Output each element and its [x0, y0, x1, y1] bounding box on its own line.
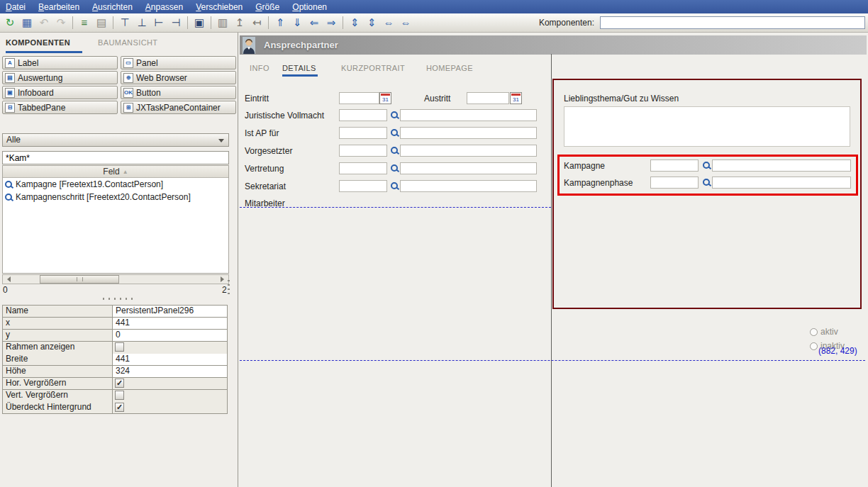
palette-webbrowser-button[interactable]: ⊕ Web Browser [121, 71, 236, 84]
ist-ap-fuer-text[interactable] [400, 127, 537, 139]
tab-info[interactable]: INFO [250, 64, 269, 72]
refresh-icon[interactable]: ↻ [2, 16, 18, 30]
field-filter-dropdown[interactable]: Alle [2, 133, 229, 147]
scroll-left-arrow[interactable] [3, 276, 12, 283]
move-down-icon[interactable]: ⇓ [289, 16, 305, 30]
send-to-back-icon[interactable]: ▣ [191, 16, 207, 30]
field-search-input[interactable] [2, 151, 229, 164]
inaktiv-radio[interactable] [810, 342, 818, 350]
ueberdeckt-hintergrund-checkbox[interactable]: ✓ [115, 403, 124, 412]
scroll-min-label: 0 [3, 285, 8, 295]
menu-optionen[interactable]: Optionen [292, 2, 327, 12]
property-value[interactable]: 441 [113, 354, 228, 366]
tab-kurzportrait[interactable]: KURZPORTRAIT [341, 64, 405, 72]
vertretung-text[interactable] [400, 162, 537, 174]
sekretariat-text[interactable] [400, 180, 537, 192]
save-icon[interactable]: ▦ [19, 16, 35, 30]
list-item-kampagnenschritt[interactable]: Kampagnenschritt [Freetext20.ContactPers… [3, 191, 228, 203]
aktiv-radio[interactable] [810, 328, 818, 336]
austritt-calendar-icon[interactable]: 31 [510, 92, 522, 104]
property-value[interactable]: 0 [113, 330, 228, 342]
hor-vergroessern-checkbox[interactable]: ✓ [115, 379, 124, 388]
field-list-icon[interactable]: ≡ [77, 16, 92, 30]
menu-datei[interactable]: Datei [6, 2, 26, 12]
lookup-magnifier-icon[interactable] [390, 181, 399, 191]
redo-icon[interactable]: ↷ [53, 16, 69, 30]
eintritt-calendar-icon[interactable]: 31 [379, 92, 391, 104]
tab-komponenten[interactable]: KOMPONENTEN [6, 38, 70, 47]
kampagnenphase-text[interactable] [712, 177, 851, 189]
list-item-kampagne[interactable]: Kampagne [Freetext19.ContactPerson] [3, 178, 228, 191]
move-right-icon[interactable]: ⇒ [323, 16, 339, 30]
horizontal-scrollbar[interactable] [2, 274, 229, 284]
fit-width-icon[interactable]: ⇔ [398, 16, 413, 30]
palette-button-button[interactable]: OK Button [121, 86, 236, 99]
kampagne-input[interactable] [650, 159, 699, 172]
form-designer-canvas[interactable]: Ansprechpartner INFO DETAILS KURZPORTRAI… [238, 33, 868, 487]
splitter-handle[interactable] [101, 297, 135, 301]
property-value[interactable]: 441 [113, 318, 228, 330]
resize-handle[interactable] [227, 279, 230, 297]
scrollbar-thumb[interactable] [40, 275, 119, 284]
palette-panel-button[interactable]: ▭ Panel [121, 56, 236, 69]
kampagne-text[interactable] [712, 159, 851, 172]
property-value[interactable]: PersistentJPanel296 [113, 306, 228, 318]
eintritt-input[interactable] [339, 92, 379, 104]
palette-taskpane-button[interactable]: ⊞ JXTaskPaneContainer [121, 101, 236, 114]
palette-label-button[interactable]: A Label [2, 56, 118, 69]
ok-button-icon: OK [123, 88, 133, 98]
field-list-header[interactable]: Feld ▲ [3, 166, 228, 178]
palette-infoboard-button[interactable]: ▣ Infoboard [2, 86, 118, 99]
list-item-label: Kampagnenschritt [Freetext20.ContactPers… [16, 192, 191, 202]
move-up-icon[interactable]: ⇑ [272, 16, 288, 30]
vorgesetzter-text[interactable] [400, 145, 537, 157]
tab-details[interactable]: DETAILS [282, 64, 316, 72]
dock-left-icon[interactable]: ↤ [249, 16, 265, 30]
palette-panel-text: Panel [136, 58, 158, 68]
tab-baumansicht[interactable]: BAUMANSICHT [98, 38, 157, 47]
menu-verschieben[interactable]: Verschieben [196, 2, 243, 12]
kampagnenphase-input[interactable] [650, 177, 699, 189]
lookup-magnifier-icon[interactable] [702, 161, 711, 170]
ist-ap-fuer-input[interactable] [339, 127, 387, 139]
group-components-icon[interactable]: ▥ [215, 16, 230, 30]
align-right-icon[interactable]: ⊣ [168, 16, 184, 30]
austritt-input[interactable] [467, 92, 509, 104]
komponenten-input[interactable] [600, 16, 865, 29]
palette-tabbedpane-button[interactable]: ⊟ TabbedPane [2, 101, 118, 114]
vertretung-input[interactable] [339, 162, 387, 174]
rahmen-anzeigen-checkbox[interactable] [115, 342, 124, 352]
lookup-magnifier-icon[interactable] [390, 164, 399, 173]
menu-groesse[interactable]: Größe [255, 2, 279, 12]
table-row: Breite 441 [3, 354, 228, 366]
juristische-vollmacht-text[interactable] [400, 109, 537, 121]
lookup-magnifier-icon[interactable] [390, 111, 399, 120]
lookup-magnifier-icon[interactable] [390, 128, 399, 138]
property-value[interactable]: 324 [113, 366, 228, 378]
palette-auswertung-button[interactable]: ▤ Auswertung [2, 71, 118, 84]
same-width-icon[interactable]: ⇔ [381, 16, 396, 30]
dock-top-icon[interactable]: ↥ [232, 16, 247, 30]
label-icon: A [5, 58, 15, 68]
align-bottom-icon[interactable]: ⊥ [134, 16, 150, 30]
juristische-vollmacht-input[interactable] [339, 109, 387, 121]
property-value: ✓ [113, 402, 228, 414]
lookup-magnifier-icon[interactable] [390, 146, 399, 155]
active-tab-indicator [282, 74, 318, 77]
menu-ausrichten[interactable]: Ausrichten [92, 2, 133, 12]
lookup-magnifier-icon[interactable] [702, 178, 711, 187]
undo-icon[interactable]: ↶ [36, 16, 52, 30]
align-top-icon[interactable]: ⊤ [117, 16, 133, 30]
vert-vergroessern-checkbox[interactable] [115, 391, 124, 400]
align-left-icon[interactable]: ⊢ [151, 16, 167, 30]
fit-height-icon[interactable]: ⇕ [364, 16, 379, 30]
vorgesetzter-input[interactable] [339, 145, 387, 157]
tab-homepage[interactable]: HOMEPAGE [426, 64, 473, 72]
lieblingsthema-textarea[interactable] [564, 106, 850, 147]
menu-anpassen[interactable]: Anpassen [145, 2, 183, 12]
move-left-icon[interactable]: ⇐ [306, 16, 322, 30]
remove-field-icon[interactable]: ▤ [94, 16, 109, 30]
menu-bearbeiten[interactable]: Bearbeiten [38, 2, 79, 12]
sekretariat-input[interactable] [339, 180, 387, 192]
same-height-icon[interactable]: ⇕ [347, 16, 362, 30]
